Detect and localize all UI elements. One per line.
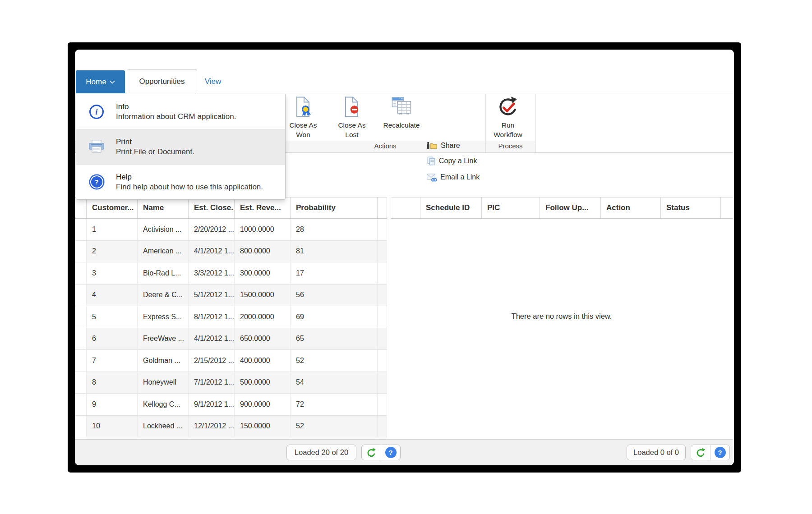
column-header-pic[interactable]: PIC bbox=[482, 197, 540, 218]
table-cell[interactable]: 400.0000 bbox=[235, 350, 291, 372]
table-cell[interactable]: 3 bbox=[87, 262, 138, 285]
table-cell[interactable]: 12/1/2012 ... bbox=[189, 416, 235, 438]
table-row[interactable]: 3Bio-Rad L...3/3/2012 1...300.000017 bbox=[75, 262, 387, 285]
table-cell[interactable]: 8/1/2012 1... bbox=[189, 306, 235, 328]
table-cell[interactable]: 9 bbox=[87, 394, 138, 416]
table-cell[interactable]: 10 bbox=[87, 416, 138, 438]
row-selector-cell[interactable] bbox=[75, 416, 87, 438]
column-header-est-revenue[interactable]: Est. Reve... bbox=[235, 197, 291, 218]
table-cell[interactable]: Lockheed ... bbox=[138, 416, 189, 438]
table-row[interactable]: 6FreeWave ...4/1/2012 1...650.000065 bbox=[75, 328, 387, 350]
menu-item-help[interactable]: ? Help Find help about how to use this a… bbox=[76, 164, 285, 199]
row-selector-cell[interactable] bbox=[75, 306, 87, 328]
column-header-customer[interactable]: Customer... bbox=[87, 197, 138, 218]
table-cell[interactable]: Bio-Rad L... bbox=[138, 262, 189, 285]
table-row[interactable]: 8Honeywell7/1/2012 1...500.000054 bbox=[75, 372, 387, 394]
row-selector-cell[interactable] bbox=[75, 241, 87, 263]
email-a-link-button[interactable]: Email a Link bbox=[427, 170, 480, 184]
table-cell[interactable]: 52 bbox=[291, 350, 378, 372]
tab-opportunities[interactable]: Opportunities bbox=[127, 69, 197, 93]
table-row[interactable]: 7Goldman ...2/15/2012 ...400.000052 bbox=[75, 350, 387, 372]
row-selector-cell[interactable] bbox=[75, 394, 87, 416]
table-cell[interactable]: 650.0000 bbox=[235, 328, 291, 350]
column-header-name[interactable]: Name bbox=[138, 197, 189, 218]
table-cell[interactable]: 150.0000 bbox=[235, 416, 291, 438]
row-selector-cell[interactable] bbox=[75, 350, 87, 372]
table-cell[interactable]: 2/20/2012 ... bbox=[189, 219, 235, 241]
table-cell[interactable]: 2/15/2012 ... bbox=[189, 350, 235, 372]
right-grid-select-all-cell[interactable] bbox=[391, 197, 420, 218]
share-button[interactable]: Share bbox=[427, 139, 460, 152]
table-cell[interactable]: 8 bbox=[87, 372, 138, 394]
table-cell[interactable]: 4 bbox=[87, 285, 138, 307]
close-as-won-button[interactable]: Close As Won bbox=[280, 94, 327, 151]
column-header-probability[interactable]: Probability bbox=[291, 197, 378, 218]
menu-item-info[interactable]: i Info Information about CRM application… bbox=[76, 94, 285, 129]
table-cell[interactable]: 81 bbox=[291, 241, 378, 263]
table-cell[interactable]: 500.0000 bbox=[235, 372, 291, 394]
table-cell[interactable]: 54 bbox=[291, 372, 378, 394]
table-cell[interactable]: Express S... bbox=[138, 306, 189, 328]
table-cell[interactable]: 4/1/2012 1... bbox=[189, 241, 235, 263]
close-as-lost-button[interactable]: Close As Lost bbox=[328, 94, 375, 151]
copy-a-link-button[interactable]: Copy a Link bbox=[427, 154, 477, 168]
row-selector-cell[interactable] bbox=[75, 262, 87, 285]
column-header-status[interactable]: Status bbox=[661, 197, 721, 218]
column-header-est-close[interactable]: Est. Close... bbox=[189, 197, 235, 218]
column-header-filler bbox=[721, 197, 733, 218]
row-selector-cell[interactable] bbox=[75, 285, 87, 307]
table-cell[interactable]: 56 bbox=[291, 285, 378, 307]
run-workflow-button[interactable]: Run Workflow bbox=[484, 94, 531, 151]
table-cell[interactable]: 69 bbox=[291, 306, 378, 328]
table-cell[interactable]: 1 bbox=[87, 219, 138, 241]
left-grid-refresh-button[interactable] bbox=[362, 445, 381, 460]
table-cell[interactable]: 65 bbox=[291, 328, 378, 350]
recalculate-button[interactable]: Recalculate bbox=[374, 94, 429, 151]
table-cell[interactable]: 72 bbox=[291, 394, 378, 416]
table-cell[interactable]: 5/1/2012 1... bbox=[189, 285, 235, 307]
table-cell[interactable]: 7 bbox=[87, 350, 138, 372]
row-selector-cell[interactable] bbox=[75, 328, 87, 350]
table-cell[interactable]: 3/3/2012 1... bbox=[189, 262, 235, 285]
tab-view[interactable]: View bbox=[193, 69, 233, 93]
table-cell[interactable]: 2000.0000 bbox=[235, 306, 291, 328]
table-cell[interactable]: Activision ... bbox=[138, 219, 189, 241]
left-grid-select-all-cell[interactable] bbox=[75, 197, 87, 218]
table-cell[interactable]: 52 bbox=[291, 416, 378, 438]
table-cell[interactable]: 6 bbox=[87, 328, 138, 350]
table-row[interactable]: 10Lockheed ...12/1/2012 ...150.000052 bbox=[75, 416, 387, 438]
table-cell[interactable]: 28 bbox=[291, 219, 378, 241]
table-cell[interactable]: Kellogg C... bbox=[138, 394, 189, 416]
table-cell[interactable]: Goldman ... bbox=[138, 350, 189, 372]
table-cell[interactable]: 7/1/2012 1... bbox=[189, 372, 235, 394]
column-header-follow-up[interactable]: Follow Up... bbox=[540, 197, 601, 218]
row-selector-cell[interactable] bbox=[75, 219, 87, 241]
menu-item-print[interactable]: Print Print File or Document. bbox=[76, 129, 285, 164]
table-cell[interactable]: 900.0000 bbox=[235, 394, 291, 416]
table-cell[interactable]: American ... bbox=[138, 241, 189, 263]
tab-home[interactable]: Home bbox=[76, 70, 125, 93]
table-row[interactable]: 2American ...4/1/2012 1...800.000081 bbox=[75, 241, 387, 263]
table-cell[interactable]: 9/1/2012 1... bbox=[189, 394, 235, 416]
table-row[interactable]: 9Kellogg C...9/1/2012 1...900.000072 bbox=[75, 394, 387, 416]
table-cell[interactable]: 2 bbox=[87, 241, 138, 263]
table-cell[interactable]: 300.0000 bbox=[235, 262, 291, 285]
table-cell[interactable]: Honeywell bbox=[138, 372, 189, 394]
right-grid-help-button[interactable]: ? bbox=[710, 445, 729, 460]
table-cell[interactable]: 1500.0000 bbox=[235, 285, 291, 307]
table-cell[interactable]: 800.0000 bbox=[235, 241, 291, 263]
table-cell[interactable]: 4/1/2012 1... bbox=[189, 328, 235, 350]
table-cell[interactable]: 5 bbox=[87, 306, 138, 328]
table-cell[interactable]: Deere & C... bbox=[138, 285, 189, 307]
table-cell[interactable]: 1000.0000 bbox=[235, 219, 291, 241]
column-header-action[interactable]: Action bbox=[601, 197, 661, 218]
table-cell[interactable]: 17 bbox=[291, 262, 378, 285]
row-selector-cell[interactable] bbox=[75, 372, 87, 394]
table-row[interactable]: 5Express S...8/1/2012 1...2000.000069 bbox=[75, 306, 387, 328]
table-row[interactable]: 4Deere & C...5/1/2012 1...1500.000056 bbox=[75, 285, 387, 307]
left-grid-help-button[interactable]: ? bbox=[381, 445, 400, 460]
right-grid-refresh-button[interactable] bbox=[691, 445, 710, 460]
table-row[interactable]: 1Activision ...2/20/2012 ...1000.000028 bbox=[75, 219, 387, 241]
column-header-schedule-id[interactable]: Schedule ID bbox=[420, 197, 482, 218]
table-cell[interactable]: FreeWave ... bbox=[138, 328, 189, 350]
